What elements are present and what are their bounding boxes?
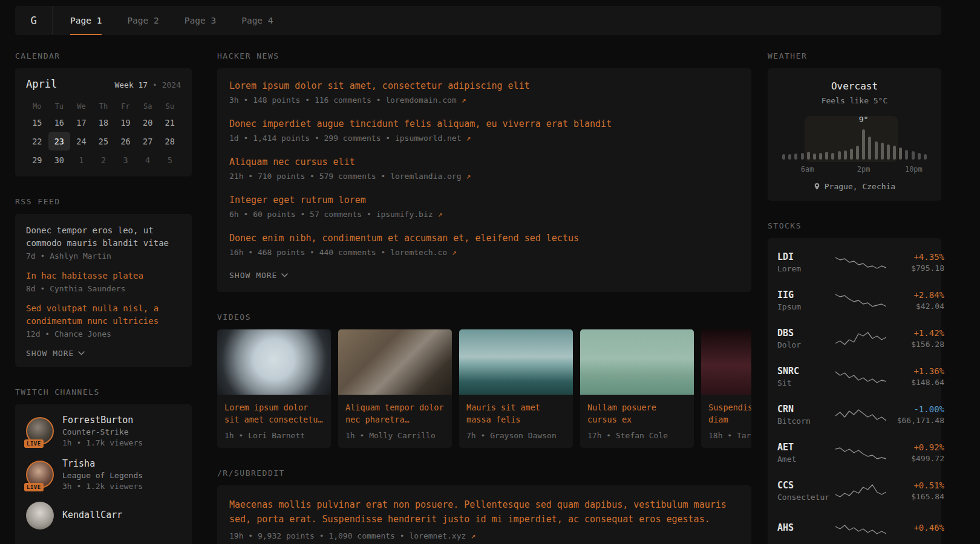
stock-sparkline <box>835 253 886 272</box>
weather-bar <box>807 152 810 160</box>
weather-bar <box>912 151 915 160</box>
rss-list: Donec tempor eros leo, ut commodo mauris… <box>26 224 181 338</box>
stock-info: AHS <box>777 522 835 535</box>
hackernews-item-title[interactable]: Donec imperdiet augue tincidunt felis al… <box>229 118 739 129</box>
page-tabs: Page 1 Page 2 Page 3 Page 4 <box>57 6 286 35</box>
video-card-body: Mauris sit amet massa felis 7h • Grayson… <box>459 395 573 448</box>
video-title[interactable]: Lorem ipsum dolor sit amet consectetu… <box>224 401 324 426</box>
rss-show-more-button[interactable]: SHOW MORE <box>26 349 181 358</box>
video-card-body: Nullam posuere cursus ex 17h • Stefan Co… <box>580 395 694 448</box>
map-pin-icon <box>814 183 820 190</box>
stock-row[interactable]: CRN Bitcorn -1.00% $66,171.48 <box>777 395 932 433</box>
hackernews-item-domain-link[interactable]: loremtech.co <box>390 248 447 257</box>
stock-values: +4.35% $795.18 <box>886 252 944 273</box>
weather-bar <box>801 153 804 160</box>
twitch-channel-name[interactable]: Trisha <box>62 458 143 469</box>
hackernews-item-stats: 16h • 468 points • 440 comments • <box>229 248 390 257</box>
hackernews-item-title[interactable]: Aliquam nec cursus elit <box>229 157 739 167</box>
hackernews-show-more-button[interactable]: SHOW MORE <box>229 271 739 280</box>
stock-row[interactable]: IIG Ipsum +2.84% $42.04 <box>777 281 932 319</box>
weather-bar <box>868 137 871 160</box>
page-tab[interactable]: Page 2 <box>114 6 171 35</box>
calendar-week: Week 17 <box>114 80 148 89</box>
hackernews-item: Lorem ipsum dolor sit amet, consectetur … <box>229 80 739 105</box>
hackernews-item-domain-link[interactable]: loremlandia.org <box>390 172 461 181</box>
video-card[interactable]: Mauris sit amet massa felis 7h • Grayson… <box>459 329 573 448</box>
calendar-day: 29 <box>26 151 48 169</box>
video-thumbnail <box>580 329 694 395</box>
calendar-dow-row: Mo Tu We Th Fr Sa Su <box>26 100 181 113</box>
video-card[interactable]: Aliquam tempor dolor nec pharetra… 1h • … <box>338 329 452 448</box>
stock-change-percent: -1.00% <box>886 404 944 414</box>
twitch-channel-name[interactable]: KendallCarr <box>62 510 122 520</box>
rss-section-label: RSS FEED <box>15 197 192 206</box>
stock-sparkline <box>835 519 886 539</box>
stocks-widget: STOCKS LDI Lorem + <box>768 221 941 544</box>
page-tab[interactable]: Page 1 <box>57 6 114 35</box>
calendar-dow-label: Tu <box>48 100 71 113</box>
hackernews-item-stats: 21h • 710 points • 579 comments • <box>229 172 390 181</box>
hackernews-item-meta: 21h • 710 points • 579 comments • loreml… <box>229 172 739 181</box>
video-card[interactable]: Lorem ipsum dolor sit amet consectetu… 1… <box>217 329 331 448</box>
columns: CALENDAR April Week 17 • 2024 Mo <box>15 51 941 544</box>
rss-item-title[interactable]: Donec tempor eros leo, ut commodo mauris… <box>26 224 181 250</box>
rss-item-meta: 12d • Chance Jones <box>26 329 181 338</box>
rss-item-title[interactable]: Sed volutpat nulla nisl, a condimentum n… <box>26 302 181 328</box>
video-card[interactable]: Suspendisse posuere diam 18h • Tara <box>701 329 751 448</box>
hackernews-item-title[interactable]: Integer eget rutrum lorem <box>229 195 739 206</box>
weather-axis: 6am 2pm 10pm <box>779 165 930 174</box>
weather-bar <box>838 151 841 160</box>
subreddit-post-title[interactable]: Maecenas mollis pulvinar erat non posuer… <box>229 497 739 526</box>
twitch-channel-row[interactable]: KendallCarr <box>26 502 181 529</box>
page-tab[interactable]: Page 4 <box>229 6 286 35</box>
weather-bars <box>782 126 927 160</box>
video-title[interactable]: Suspendisse posuere diam <box>708 401 751 426</box>
video-title[interactable]: Mauris sit amet massa felis <box>466 401 566 426</box>
stock-row[interactable]: LDI Lorem +4.35% $795.18 <box>777 243 932 281</box>
hackernews-item-title[interactable]: Donec enim nibh, condimentum et accumsan… <box>229 233 739 244</box>
calendar-day: 26 <box>114 132 137 151</box>
stock-row[interactable]: CCS Consectetur +0.51% $165.84 <box>777 471 932 510</box>
stocks-card: LDI Lorem +4.35% $795.18 <box>768 238 941 544</box>
hackernews-item-meta: 1d • 1,414 points • 299 comments • ipsum… <box>229 134 739 143</box>
video-title[interactable]: Nullam posuere cursus ex <box>587 401 687 426</box>
stock-row[interactable]: SNRC Sit +1.36% $148.64 <box>777 357 932 395</box>
stock-name: Bitcorn <box>777 416 835 426</box>
hackernews-item-meta: 6h • 60 points • 57 comments • ipsumify.… <box>229 210 739 219</box>
twitch-channel-info: ForrestBurton Counter-Strike 1h • 1.7k v… <box>62 415 143 447</box>
stock-row[interactable]: DBS Dolor +1.42% $156.28 <box>777 319 932 357</box>
video-title[interactable]: Aliquam tempor dolor nec pharetra… <box>345 401 445 426</box>
rss-item-title[interactable]: In hac habitasse platea <box>26 270 181 282</box>
calendar-week-year: Week 17 • 2024 <box>114 80 181 89</box>
stock-price: $156.28 <box>886 340 944 349</box>
calendar-section-label: CALENDAR <box>15 51 192 60</box>
stock-values: +0.46% <box>886 523 944 534</box>
hackernews-item-domain-link[interactable]: ipsumworld.net <box>395 134 462 143</box>
twitch-channel-category: Counter-Strike <box>62 427 143 436</box>
hackernews-item-domain-link[interactable]: ipsumify.biz <box>376 210 433 219</box>
twitch-channel-meta: 3h • 1.2k viewers <box>62 482 143 491</box>
weather-axis-label: 2pm <box>857 165 871 173</box>
video-meta: 17h • Stefan Cole <box>587 431 687 440</box>
hackernews-item-meta: 3h • 148 points • 116 comments • loremdo… <box>229 96 739 105</box>
stock-row[interactable]: AET Amet +0.92% $499.72 <box>777 433 932 471</box>
page-tab[interactable]: Page 3 <box>172 6 229 35</box>
calendar-day: 1 <box>70 151 93 169</box>
twitch-channel-info: Trisha League of Legends 3h • 1.2k viewe… <box>62 458 143 491</box>
video-card-body: Lorem ipsum dolor sit amet consectetu… 1… <box>217 395 331 448</box>
twitch-channel-row[interactable]: LIVE Trisha League of Legends 3h • 1.2k … <box>26 458 181 491</box>
stock-row[interactable]: AHS +0.46% <box>777 510 932 544</box>
twitch-channel-row[interactable]: LIVE ForrestBurton Counter-Strike 1h • 1… <box>26 415 181 447</box>
subreddit-post-domain-link[interactable]: loremnet.xyz <box>409 531 466 540</box>
live-badge: LIVE <box>24 439 44 448</box>
stock-info: DBS Dolor <box>777 328 835 349</box>
hackernews-item-title[interactable]: Lorem ipsum dolor sit amet, consectetur … <box>229 80 739 91</box>
hackernews-item-domain-link[interactable]: loremdomain.com <box>385 96 456 105</box>
calendar-day: 4 <box>137 151 159 169</box>
twitch-channel-name[interactable]: ForrestBurton <box>62 415 143 426</box>
hackernews-item-stats: 6h • 60 points • 57 comments • <box>229 210 376 219</box>
weather-location-row: Prague, Czechia <box>779 182 930 191</box>
video-card[interactable]: Nullam posuere cursus ex 17h • Stefan Co… <box>580 329 694 448</box>
stock-ticker: SNRC <box>777 366 835 377</box>
separator-dot: • <box>152 80 157 89</box>
